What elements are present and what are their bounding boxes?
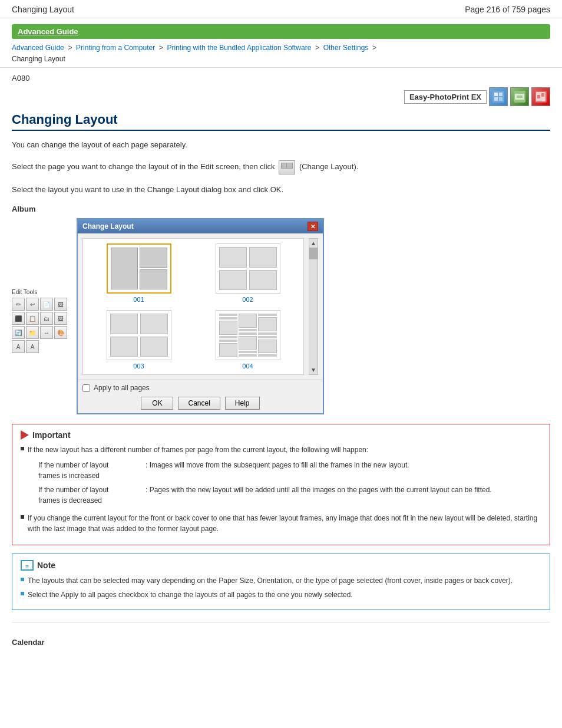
dialog-buttons: OK Cancel Help [82,397,318,410]
svg-rect-1 [494,93,498,96]
tool-btn-12[interactable]: 🎨 [54,326,67,339]
product-icon-1 [489,87,508,106]
tool-btn-13[interactable]: A [12,340,25,353]
calendar-heading: Calendar [12,638,550,647]
img [258,317,276,331]
svg-rect-11 [541,93,544,97]
layout-number-003: 003 [133,363,144,370]
edit-tools-label: Edit Tools [12,289,67,295]
line [239,329,257,331]
tool-row-1: ✏ ↩ 📄 🖼 [12,298,67,311]
tool-row-2: ⬛ 📋 🗂 🖼 [12,312,67,325]
layout-item-001[interactable]: 001 [88,243,190,303]
sub-col-left-2: If the number of layoutframes is decreas… [38,483,144,507]
layout-thumb-003[interactable] [107,310,171,360]
calendar-section: Calendar [12,622,550,647]
dialog-scrollbar[interactable]: ▲ ▼ [309,238,318,375]
important-item-1-text: If the new layout has a different number… [28,446,368,454]
tool-btn-6[interactable]: 📋 [26,312,39,325]
note-heading: Note [21,560,541,571]
ok-button[interactable]: OK [141,397,173,410]
breadcrumb: Advanced Guide > Printing from a Compute… [0,39,562,68]
svg-rect-4 [499,97,503,101]
layout-thumb-002[interactable] [216,243,280,294]
product-icon-3 [531,87,550,106]
breadcrumb-advanced-guide[interactable]: Advanced Guide [12,44,64,52]
page-header: Changing Layout Page 216 of 759 pages [0,0,562,18]
thumb-cell [249,247,277,268]
tool-btn-7[interactable]: 🗂 [40,312,53,325]
line [239,354,257,357]
thumb-cell [140,269,167,289]
instruction-part2: (Change Layout). [299,162,358,171]
svg-rect-7 [517,95,523,98]
bullet-icon [21,447,24,450]
layout-thumb-004[interactable] [216,310,280,360]
tool-btn-14[interactable]: A [26,340,39,353]
tool-btn-9[interactable]: 🔄 [12,326,25,339]
important-item-2: If you change the current layout for the… [21,513,541,534]
line [219,314,237,316]
important-item-2-text: If you change the current layout for the… [28,513,541,534]
tool-btn-4[interactable]: 🖼 [54,298,67,311]
line [258,314,276,316]
apply-all-pages-checkbox[interactable] [82,384,90,392]
breadcrumb-bundled-software[interactable]: Printing with the Bundled Application So… [167,44,311,52]
layout-inner-001 [111,248,167,289]
thumb-cell [140,314,168,334]
layout-item-004[interactable]: 004 [197,310,299,370]
breadcrumb-other-settings[interactable]: Other Settings [323,44,369,52]
note-box: Note The layouts that can be selected ma… [12,554,550,610]
note-list: The layouts that can be selected may var… [21,575,541,600]
tool-btn-10[interactable]: 📁 [26,326,39,339]
dialog-footer: Apply to all pages OK Cancel Help [78,380,323,413]
advanced-guide-banner: Advanced Guide [12,24,550,39]
product-name: Easy-PhotoPrint EX [404,90,487,104]
banner-label: Advanced Guide [18,27,78,36]
important-box: Important If the new layout has a differ… [12,424,550,545]
line [219,317,237,319]
tool-row-3: 🔄 📁 ↔ 🎨 [12,326,67,339]
line [258,332,276,335]
note-title: Note [37,561,55,570]
sub-col-left-1: If the number of layoutframes is increas… [38,459,144,482]
note-item-2-text: Select the Apply to all pages checkbox t… [28,589,353,600]
help-button[interactable]: Help [225,397,260,410]
breadcrumb-printing-from[interactable]: Printing from a Computer [76,44,155,52]
thumb-cell [110,314,138,334]
layout-number-002: 002 [242,296,253,303]
instruction-text: Select the page you want to change the l… [12,160,550,174]
thumb-cell [219,247,247,268]
tool-btn-8[interactable]: 🖼 [54,312,67,325]
layout-item-002[interactable]: 002 [197,243,299,303]
layout-item-003[interactable]: 003 [88,310,190,370]
breadcrumb-current: Changing Layout [12,55,65,63]
layout-inner-004 [219,314,277,357]
col2 [239,314,257,357]
dialog-title: Change Layout [82,222,134,230]
layout-inner-003 [110,314,168,357]
layout-number-001: 001 [133,296,144,303]
edit-tools-panel: Edit Tools ✏ ↩ 📄 🖼 ⬛ 📋 🗂 🖼 🔄 📁 ↔ 🎨 A [12,289,67,353]
col1 [219,314,237,357]
img [258,340,276,354]
img [239,336,257,350]
cancel-button[interactable]: Cancel [178,397,220,410]
thumb-cell [110,337,138,357]
tool-btn-5[interactable]: ⬛ [12,312,25,325]
tool-btn-11[interactable]: ↔ [40,326,53,339]
tool-btn-2[interactable]: ↩ [26,298,39,311]
svg-rect-3 [494,97,498,101]
sub-row-1: If the number of layoutframes is increas… [38,459,497,482]
line [258,336,276,338]
tool-btn-3[interactable]: 📄 [40,298,53,311]
line [219,340,237,342]
note-item-1: The layouts that can be selected may var… [21,575,541,586]
change-layout-dialog: Change Layout ✕ 001 [77,218,324,414]
dialog-content: 001 002 [78,233,323,380]
dialog-close-button[interactable]: ✕ [308,222,318,231]
bullet-icon [21,578,24,581]
layout-thumb-001[interactable] [107,243,171,294]
page-title: Changing Layout [12,112,550,131]
tool-btn-1[interactable]: ✏ [12,298,25,311]
